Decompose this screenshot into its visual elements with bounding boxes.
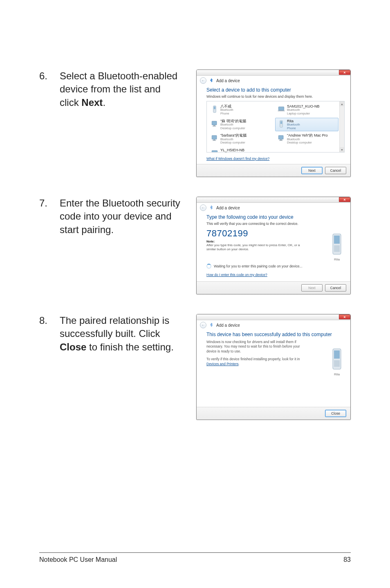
step-8: 8. The paired relationship is successful…	[39, 314, 351, 420]
devices-and-printers-link[interactable]: Devices and Printers	[206, 362, 238, 366]
device-item[interactable]: "Andrew Yeh"的 Mac ProBluetoothDesktop co…	[275, 132, 338, 146]
close-button[interactable]: ✕	[339, 70, 350, 75]
device-name: "Andrew Yeh"的 Mac Pro	[287, 133, 327, 137]
close-icon: ✕	[343, 316, 346, 319]
step-number: 8.	[39, 314, 60, 327]
bluetooth-icon	[209, 205, 214, 210]
back-button[interactable]: ←	[200, 322, 206, 328]
close-icon: ✕	[343, 198, 346, 201]
pairing-code: 78702199	[206, 228, 345, 239]
step-text: Select a Bluetooth-enabled device from t…	[60, 70, 191, 109]
back-button[interactable]: ←	[200, 204, 206, 211]
device-item-text: YL_HSIEH-NBBluetooth	[220, 148, 244, 153]
desktop-icon	[277, 133, 285, 143]
phone-icon	[331, 348, 343, 372]
success-body-2a: To verify if this device finished instal…	[206, 357, 300, 361]
step-text: Enter the Bluetooth security code into y…	[60, 197, 191, 236]
dialog-header: ← Add a device	[197, 76, 350, 85]
svg-rect-18	[334, 236, 340, 244]
svg-rect-15	[212, 150, 217, 153]
device-item-text: 八不戒BluetoothPhone	[220, 104, 233, 116]
next-button[interactable]: Next	[301, 284, 323, 292]
step-6: 6. Select a Bluetooth-enabled device fro…	[39, 70, 351, 177]
svg-rect-4	[212, 121, 217, 125]
svg-rect-5	[213, 125, 215, 126]
dialog-title: Select a device to add to this computer	[206, 87, 345, 93]
dialog-breadcrumb: Add a device	[216, 79, 240, 83]
svg-rect-8	[280, 121, 282, 124]
step6-text-c: .	[103, 97, 105, 108]
device-preview: Rita	[331, 348, 343, 376]
device-name: "barbara"的電腦	[220, 133, 247, 137]
cancel-button[interactable]: Cancel	[325, 284, 346, 292]
close-icon: ✕	[343, 71, 346, 74]
device-item[interactable]: 八不戒BluetoothPhone	[208, 103, 272, 117]
step6-bold: Next	[81, 97, 103, 108]
dialog-titlebar: ✕	[197, 197, 350, 203]
page-number: 83	[343, 556, 351, 563]
svg-rect-2	[278, 107, 284, 110]
device-type-1: Bluetooth	[220, 152, 244, 153]
svg-rect-13	[280, 140, 282, 141]
device-type-2: Desktop computer	[287, 141, 327, 145]
device-list[interactable]: 八不戒BluetoothPhoneSAM1017_KUO-NBBluetooth…	[206, 101, 345, 153]
success-body-2: To verify if this device finished instal…	[206, 357, 309, 366]
success-body-1: Windows is now checking for drivers and …	[206, 340, 309, 354]
cancel-button[interactable]: Cancel	[325, 167, 346, 174]
device-item[interactable]: YL_HSIEH-NBBluetooth	[208, 147, 272, 153]
next-button[interactable]: Next	[301, 167, 323, 174]
device-item-text: "蘇 明鴻"的電腦BluetoothDesktop computer	[220, 119, 246, 130]
add-device-dialog-code: ✕ ← Add a device Type the following code…	[196, 197, 351, 294]
svg-rect-11	[213, 140, 216, 141]
note-text: After you type this code, you might need…	[206, 243, 300, 251]
dialog-breadcrumb: Add a device	[216, 206, 240, 210]
dialog-breadcrumb: Add a device	[216, 323, 240, 328]
page-footer: Notebook PC User Manual 83	[39, 552, 351, 563]
step8-text-a: The paired relationship is successfully …	[60, 315, 169, 339]
waiting-text: Waiting for you to enter this pairing co…	[214, 264, 303, 268]
bluetooth-icon	[209, 323, 214, 328]
device-type-2: Laptop computer	[287, 112, 320, 116]
step8-bold: Close	[60, 341, 86, 352]
close-dialog-button[interactable]: Close	[325, 410, 346, 417]
spinner-icon	[206, 264, 211, 269]
dialog-subtitle: Windows will continue to look for new de…	[206, 94, 345, 99]
back-arrow-icon: ←	[202, 79, 205, 83]
close-button[interactable]: ✕	[339, 314, 350, 319]
phone-icon	[277, 119, 285, 129]
note-label: Note:	[206, 240, 345, 243]
svg-rect-22	[334, 360, 340, 367]
phone-icon	[331, 233, 343, 257]
svg-rect-14	[279, 140, 282, 141]
step8-text-c: to finish the setting.	[86, 341, 173, 352]
device-type-2: Phone	[287, 127, 300, 130]
step6-text-a: Select a Bluetooth-enabled device from t…	[60, 70, 177, 108]
svg-rect-9	[212, 136, 217, 139]
dialog-title: Type the following code into your device	[206, 214, 345, 220]
dialog-footer: Next Cancel	[197, 164, 350, 177]
help-link[interactable]: How do I enter this code on my device?	[206, 273, 267, 277]
scrollbar[interactable]: ▲ ▼	[339, 101, 344, 152]
back-button[interactable]: ←	[200, 77, 206, 84]
footer-title: Notebook PC User Manual	[39, 556, 117, 563]
dialog-footer: Next Cancel	[197, 281, 350, 294]
laptop-icon	[277, 104, 285, 114]
dialog-titlebar: ✕	[197, 314, 350, 320]
device-item[interactable]: SAM1017_KUO-NBBluetoothLaptop computer	[275, 103, 338, 117]
close-button[interactable]: ✕	[339, 197, 350, 202]
svg-rect-19	[334, 245, 340, 252]
scroll-up-button[interactable]: ▲	[340, 101, 344, 106]
dialog-footer: Close	[197, 407, 350, 420]
dialog-header: ← Add a device	[197, 320, 350, 329]
device-item[interactable]: "蘇 明鴻"的電腦BluetoothDesktop computer	[208, 118, 272, 132]
device-item[interactable]: RitaBluetoothPhone	[275, 118, 338, 132]
device-item[interactable]: "barbara"的電腦BluetoothDesktop computer	[208, 132, 272, 146]
svg-rect-3	[278, 110, 285, 111]
scroll-down-button[interactable]: ▼	[340, 147, 344, 152]
laptop-icon	[211, 148, 219, 153]
device-preview-label: Rita	[334, 258, 340, 261]
dialog-title: This device has been successfully added …	[206, 332, 345, 337]
help-link[interactable]: What if Windows doesn't find my device?	[206, 157, 269, 161]
step-text: The paired relationship is successfully …	[60, 314, 191, 354]
device-type-2: Phone	[220, 112, 233, 116]
